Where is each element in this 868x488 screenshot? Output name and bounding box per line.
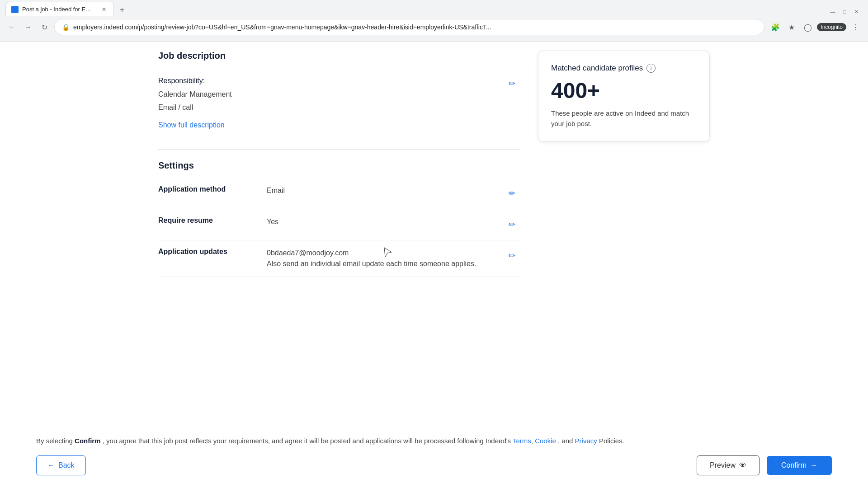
job-description-field-row: Responsibility: Calendar Management Emai… xyxy=(158,68,520,138)
application-updates-value: 0bdaeda7@moodjoy.com Also send an indivi… xyxy=(267,248,504,269)
job-description-item-2: Email / call xyxy=(158,101,504,114)
edit-pencil-icon-3: ✏ xyxy=(509,220,515,230)
job-description-title: Job description xyxy=(158,51,520,61)
settings-title: Settings xyxy=(158,160,520,171)
job-description-section: Job description Responsibility: Calendar… xyxy=(158,51,520,138)
forward-nav-button[interactable]: → xyxy=(22,21,34,33)
matched-description: These people are active on Indeed and ma… xyxy=(551,108,697,129)
address-bar[interactable]: 🔒 employers.indeed.com/p/posting/review-… xyxy=(54,19,764,35)
page-content: Job description Responsibility: Calendar… xyxy=(0,42,868,488)
tab-close-button[interactable]: ✕ xyxy=(100,5,108,14)
application-updates-row: Application updates 0bdaeda7@moodjoy.com… xyxy=(158,240,520,277)
url-text: employers.indeed.com/p/posting/review-jo… xyxy=(73,23,757,31)
close-button[interactable]: ✕ xyxy=(852,7,861,16)
reload-button[interactable]: ↻ xyxy=(38,21,51,33)
section-divider xyxy=(158,149,520,150)
profile-button[interactable]: ◯ xyxy=(801,20,815,34)
info-icon[interactable]: i xyxy=(646,64,656,73)
browser-chrome: Post a job - Indeed for Emplo... ✕ + — □… xyxy=(0,0,868,42)
bottom-bar: By selecting Confirm , you agree that th… xyxy=(0,425,868,488)
privacy-link[interactable]: Privacy xyxy=(575,437,597,445)
notice-after-text: , you agree that this job post reflects … xyxy=(103,437,513,445)
require-resume-label: Require resume xyxy=(158,216,267,225)
application-updates-label: Application updates xyxy=(158,248,267,256)
show-full-description-link[interactable]: Show full description xyxy=(158,120,504,131)
application-method-edit-button[interactable]: ✏ xyxy=(504,185,520,202)
minimize-button[interactable]: — xyxy=(828,7,837,16)
back-arrow-icon: ← xyxy=(47,461,55,469)
right-column: Matched candidate profiles i 400+ These … xyxy=(538,51,710,277)
active-tab[interactable]: Post a job - Indeed for Emplo... ✕ xyxy=(5,2,114,16)
terms-link[interactable]: Terms xyxy=(513,437,531,445)
application-updates-edit-button[interactable]: ✏ xyxy=(504,248,520,264)
application-method-value: Email xyxy=(267,185,504,196)
maximize-button[interactable]: □ xyxy=(840,7,849,16)
notice-before-text: By selecting xyxy=(36,437,75,445)
bookmark-button[interactable]: ★ xyxy=(784,20,799,34)
matched-header: Matched candidate profiles i xyxy=(551,64,697,73)
edit-pencil-icon-4: ✏ xyxy=(509,251,515,261)
address-bar-row: ← → ↻ 🔒 employers.indeed.com/p/posting/r… xyxy=(0,16,868,38)
cookie-link[interactable]: Cookie xyxy=(535,437,556,445)
main-container: Job description Responsibility: Calendar… xyxy=(140,42,728,425)
new-tab-button[interactable]: + xyxy=(116,4,128,16)
application-email: 0bdaeda7@moodjoy.com xyxy=(267,249,349,257)
edit-pencil-icon: ✏ xyxy=(509,79,515,89)
arrow-right-icon: → xyxy=(810,461,817,469)
job-description-item-1: Calendar Management xyxy=(158,88,504,101)
lock-icon: 🔒 xyxy=(62,23,70,31)
matched-count: 400+ xyxy=(551,78,697,103)
job-description-value: Responsibility: Calendar Management Emai… xyxy=(158,75,504,131)
confirm-button[interactable]: Confirm → xyxy=(767,456,832,475)
job-description-edit-button[interactable]: ✏ xyxy=(504,75,520,92)
extensions-button[interactable]: 🧩 xyxy=(768,20,783,34)
responsibility-label: Responsibility: xyxy=(158,75,504,86)
bottom-actions: ← Back Preview 👁 Confirm → xyxy=(36,455,832,475)
tab-bar: Post a job - Indeed for Emplo... ✕ + — □… xyxy=(0,0,868,16)
matched-title: Matched candidate profiles xyxy=(551,64,643,73)
tab-favicon xyxy=(11,6,19,13)
preview-button[interactable]: Preview 👁 xyxy=(697,455,760,475)
matched-candidates-card: Matched candidate profiles i 400+ These … xyxy=(538,51,710,142)
back-button[interactable]: ← Back xyxy=(36,455,86,475)
eye-icon: 👁 xyxy=(739,461,746,469)
left-column: Job description Responsibility: Calendar… xyxy=(158,51,520,277)
application-method-label: Application method xyxy=(158,185,267,193)
back-button-label: Back xyxy=(58,461,75,469)
preview-button-label: Preview xyxy=(710,461,736,469)
require-resume-edit-button[interactable]: ✏ xyxy=(504,216,520,233)
menu-button[interactable]: ⋮ xyxy=(848,20,863,34)
confirm-bold-text: Confirm xyxy=(75,437,101,445)
settings-section: Settings Application method Email ✏ Requ… xyxy=(158,160,520,277)
content-layout: Job description Responsibility: Calendar… xyxy=(158,51,710,277)
back-nav-button[interactable]: ← xyxy=(5,21,18,33)
tab-title: Post a job - Indeed for Emplo... xyxy=(22,6,96,13)
edit-pencil-icon-2: ✏ xyxy=(509,188,515,198)
application-method-row: Application method Email ✏ xyxy=(158,178,520,209)
incognito-badge: Incognito xyxy=(817,23,846,31)
confirm-notice: By selecting Confirm , you agree that th… xyxy=(36,436,832,446)
confirm-button-label: Confirm xyxy=(781,461,807,469)
toolbar-icons: 🧩 ★ ◯ Incognito ⋮ xyxy=(768,20,863,34)
require-resume-row: Require resume Yes ✏ xyxy=(158,209,520,240)
application-updates-subtext: Also send an individual email update eac… xyxy=(267,260,476,267)
require-resume-value: Yes xyxy=(267,216,504,227)
